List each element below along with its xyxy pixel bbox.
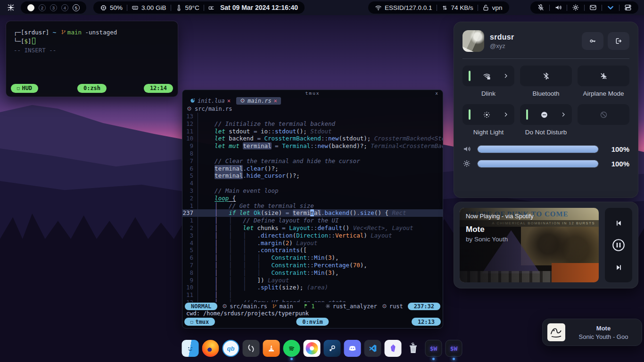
workspace-3[interactable]: 3	[50, 4, 57, 11]
workspace-1[interactable]	[27, 4, 34, 11]
divider	[567, 5, 567, 11]
brightness-slider-row: 100%	[462, 159, 629, 168]
divider	[584, 5, 585, 11]
toggle-label: Bluetooth	[520, 90, 572, 98]
tmux-session-hud[interactable]: □HUD	[11, 84, 38, 93]
dock-vlc[interactable]	[263, 340, 280, 357]
workspace-2[interactable]: 2	[39, 4, 46, 11]
code-text: │ │ │ │ Constraint::Min(3),	[198, 269, 443, 277]
statusline: NORMAL src/main.rs main 1 rust_analyzer …	[182, 302, 443, 310]
tab-close-button[interactable]: ×	[227, 98, 231, 104]
chevron-right-icon[interactable]	[561, 112, 566, 117]
mail-icon[interactable]	[589, 4, 597, 11]
notification-title: Mote	[570, 325, 637, 332]
tmux-window-zsh[interactable]: 0:zsh	[77, 84, 107, 93]
line-number: 11	[182, 128, 198, 135]
code-text: │ │ │ │ Constraint::Min(3),	[198, 254, 443, 262]
logout-button[interactable]	[608, 32, 629, 50]
notification[interactable]: Mote Sonic Youth - Goo	[542, 319, 642, 346]
gear-icon[interactable]	[572, 4, 579, 11]
tmux-session[interactable]: □tmux	[184, 318, 215, 326]
dock-terminal-w-2[interactable]: $W	[446, 340, 462, 357]
blocked-icon	[600, 111, 608, 119]
dock-terminal-w-1[interactable]: $W	[425, 340, 442, 357]
net-speed: 74 KB/s	[441, 4, 473, 11]
dock-vscode[interactable]	[364, 340, 381, 357]
toggles-icon[interactable]	[624, 4, 632, 11]
brightness-slider[interactable]	[477, 160, 599, 168]
code-area[interactable]: 1312 // Initialize the terminal backend1…	[182, 112, 443, 302]
toggle-label: Dlink	[462, 90, 514, 98]
toggle-dlink[interactable]	[462, 66, 514, 86]
line-number: 8	[182, 269, 198, 277]
window-close-button[interactable]: x	[435, 90, 438, 96]
clock[interactable]: Sat 09 Mar 2024 12:16:40	[214, 1, 305, 14]
toggle-do-not-disturb[interactable]	[520, 104, 572, 125]
dock-media-swirl-app[interactable]	[243, 340, 260, 357]
chevron-down-icon[interactable]	[607, 4, 614, 11]
dock-firefox[interactable]	[202, 340, 219, 357]
dollarw-label: $W	[450, 345, 458, 352]
flag-icon	[304, 304, 309, 309]
toggle-airplane-mode[interactable]	[578, 66, 629, 86]
divider	[462, 58, 629, 59]
editor-window[interactable]: tmux x init.lua×main.rs× src/main.rs 131…	[182, 90, 443, 329]
qbittorrent-icon: qb	[223, 340, 239, 357]
key-button[interactable]	[582, 32, 603, 50]
top-bar: 2345 50% 3.00 GiB 59°C No Bat Sat 09 Mar…	[0, 0, 644, 15]
code-line: 8	[182, 150, 443, 157]
key-icon	[589, 37, 596, 45]
volume-icon[interactable]	[554, 4, 562, 11]
user-row: srdusr @xyz	[462, 30, 629, 52]
git-state: -unstaged	[85, 29, 117, 36]
chevron-right-icon[interactable]	[503, 73, 509, 79]
code-line: 1 │ │ // Define layout for the UI	[182, 217, 443, 224]
tmux-window-nvim[interactable]: 0:nvim	[296, 318, 329, 326]
sliders: 100%100%	[462, 145, 629, 168]
volume-slider[interactable]	[477, 145, 599, 153]
code-text: │ │ │ .margin(2) Layout	[198, 239, 443, 247]
code-line: 11 let stdout = io::stdout(); Stdout	[182, 128, 443, 135]
workspace-5[interactable]: 5	[73, 4, 80, 11]
dock-file-manager[interactable]	[182, 340, 199, 357]
toggle-bluetooth[interactable]	[520, 66, 572, 86]
code-line: 10 │ │ │ .split(size); (area)	[182, 284, 443, 291]
dock-obsidian[interactable]	[385, 340, 402, 357]
code-line: 13	[182, 113, 443, 120]
code-text: // Clear the terminal and hide the curso…	[198, 157, 443, 165]
tab-main.rs[interactable]: main.rs×	[236, 97, 281, 105]
dock-spotify[interactable]	[283, 340, 300, 357]
vlc-icon	[263, 340, 280, 357]
qbittorrent-logo-text: qb	[227, 345, 235, 352]
dock-photos[interactable]	[304, 340, 321, 357]
toggle-night-light[interactable]	[462, 104, 514, 125]
git-branch-icon	[61, 29, 66, 35]
vpn-status[interactable]: vpn	[482, 4, 503, 11]
workspace-4[interactable]: 4	[61, 4, 68, 11]
launcher-logo-icon[interactable]	[6, 3, 16, 12]
window-title: tmux	[305, 90, 320, 96]
chevron-right-icon[interactable]	[503, 112, 509, 117]
hud-terminal-window[interactable]: ┌─[srdusr] ~ main -unstaged └─[$] -- INS…	[6, 21, 178, 97]
dock-trash[interactable]	[405, 340, 422, 357]
code-line: 6 terminal.clear()?;	[182, 165, 443, 173]
pause-button[interactable]	[611, 238, 626, 252]
wifi-status[interactable]: ESSID/127.0.0.1	[375, 4, 432, 11]
code-text: terminal.hide_cursor()?;	[198, 172, 443, 180]
tab-close-button[interactable]: ×	[274, 98, 277, 104]
dock-steam[interactable]	[324, 340, 341, 357]
dock-discord[interactable]	[344, 340, 361, 357]
toggle-empty[interactable]	[578, 104, 629, 125]
quick-settings-panel: srdusr @xyz DlinkBluetoothAirplane ModeN…	[454, 22, 638, 198]
previous-button[interactable]	[615, 219, 623, 227]
tab-init.lua[interactable]: init.lua×	[186, 97, 234, 105]
next-button[interactable]	[615, 263, 623, 272]
memory-icon	[132, 4, 139, 11]
avatar	[462, 30, 484, 52]
mic-off-icon[interactable]	[537, 4, 545, 11]
dnd-icon	[540, 111, 548, 119]
gear-icon	[462, 159, 471, 168]
dock-qbittorrent[interactable]: qb	[223, 340, 239, 357]
airplane-off-icon	[600, 72, 608, 80]
user-handle: @xyz	[490, 42, 572, 49]
